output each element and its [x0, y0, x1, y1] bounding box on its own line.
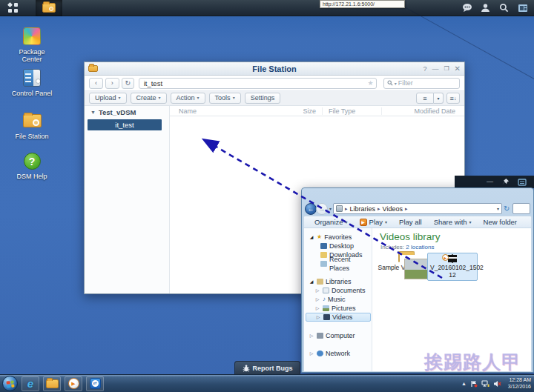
explorer-titlebar[interactable]	[303, 188, 532, 202]
column-file-type[interactable]: File Type	[322, 107, 381, 115]
address-dropdown-icon[interactable]: ▾	[497, 206, 499, 211]
tree-expander-icon[interactable]: ▷	[314, 295, 320, 304]
tree-expander-icon[interactable]: ▷	[309, 349, 314, 358]
video-item-selected[interactable]: ▶ V_20160102_1502 12	[427, 253, 478, 281]
help-icon[interactable]: ?	[423, 63, 426, 75]
desktop-icon-package-center[interactable]: Package Center	[10, 27, 53, 64]
user-menu-button[interactable]	[480, 2, 491, 13]
explorer-window: ← → ▾ ▸ Libraries ▸ Videos ▸ ▾ ↻ Organiz…	[301, 187, 534, 373]
taskbar-media-player[interactable]: ▶	[65, 376, 82, 391]
folder-item-sample-videos[interactable]: Sample Videos	[377, 255, 421, 272]
report-bugs-label: Report Bugs	[253, 365, 293, 372]
file-station-titlebar[interactable]: File Station ? — ❒ ✕	[85, 62, 464, 76]
tree-item-it-test-selected[interactable]: it_test	[88, 119, 162, 130]
column-modified-date[interactable]: Modified Date	[381, 107, 464, 115]
refresh-icon[interactable]: ↻	[504, 204, 510, 214]
chevron-down-icon: ▾	[346, 219, 348, 225]
breadcrumb-videos[interactable]: Videos	[383, 205, 403, 213]
widget-minimize-icon[interactable]: —	[487, 176, 493, 187]
back-button[interactable]: ←	[305, 203, 317, 215]
sidebar-item-favorites[interactable]: ◢ ★ Favorites	[304, 233, 372, 242]
maximize-icon[interactable]: ❒	[444, 63, 449, 75]
notifications-button[interactable]	[461, 2, 472, 13]
play-button[interactable]: ▶Play▾	[355, 218, 392, 226]
desktop-icon-control-panel[interactable]: Control Panel	[10, 68, 53, 97]
magnifier-icon	[49, 7, 53, 11]
sidebar-item-videos-selected[interactable]: ▷ Videos	[306, 313, 371, 322]
report-bugs-button[interactable]: Report Bugs	[234, 361, 300, 374]
pin-icon[interactable]	[501, 178, 510, 186]
play-all-button[interactable]: Play all	[395, 218, 426, 226]
taskbar-teamviewer[interactable]: ⇄	[86, 376, 104, 391]
upload-button[interactable]: Upload▾	[89, 93, 127, 104]
locations-link[interactable]: 2 locations	[406, 244, 434, 250]
url-tooltip: http://172.21.1.6:5000/	[320, 0, 405, 8]
sort-button[interactable]: ≡↓	[446, 93, 460, 104]
chevron-down-icon: ▾	[233, 93, 235, 103]
favorite-star-icon[interactable]: ★	[368, 79, 374, 88]
windows-taskbar: e ▶ ⇄ ▲ 12:28 AM 3/12/2016	[0, 374, 534, 392]
new-folder-button[interactable]: New folder	[479, 218, 521, 226]
tree-expander-icon[interactable]: ◢	[309, 277, 314, 286]
tree-root-test-vdsm[interactable]: ▼ Test_vDSM	[85, 108, 169, 116]
taskbar-clock[interactable]: 12:28 AM 3/12/2016	[505, 377, 531, 390]
show-hidden-icons-button[interactable]: ▲	[461, 381, 467, 386]
recent-pages-caret-icon[interactable]: ▾	[329, 206, 332, 211]
tools-button[interactable]: Tools▾	[209, 93, 241, 104]
column-name[interactable]: Name	[170, 107, 277, 115]
documents-icon	[323, 288, 329, 293]
desktop-icon-dsm-help[interactable]: ? DSM Help	[10, 151, 53, 180]
taskbar-app-file-station[interactable]	[36, 0, 62, 16]
taskbar-internet-explorer[interactable]: e	[22, 376, 39, 391]
volume-muted-icon[interactable]	[493, 380, 501, 388]
search-button[interactable]	[498, 2, 510, 13]
start-button[interactable]	[2, 376, 18, 391]
organize-button[interactable]: Organize▾	[310, 218, 352, 226]
tree-expander-icon[interactable]: ▷	[314, 304, 320, 313]
tree-expander-icon[interactable]: ▷	[315, 313, 321, 322]
widget-panel-icon	[518, 4, 528, 13]
main-menu-button[interactable]	[0, 0, 25, 16]
explorer-search-input[interactable]	[512, 203, 530, 214]
path-field[interactable]: it_test ★	[139, 78, 377, 89]
sidebar-item-documents[interactable]: ▷ Documents	[304, 286, 372, 295]
tree-expander-icon[interactable]: ◢	[309, 233, 314, 242]
widget-panel-icon[interactable]	[518, 179, 527, 186]
action-button[interactable]: Action▾	[171, 93, 205, 104]
forward-button[interactable]: →	[316, 203, 328, 215]
chevron-down-icon: ▾	[395, 81, 397, 86]
sidebar-item-pictures[interactable]: ▷ Pictures	[304, 304, 372, 313]
sidebar-item-libraries[interactable]: ◢ Libraries	[304, 277, 372, 286]
filter-input[interactable]: ▾ Filter	[383, 78, 460, 89]
network-icon[interactable]	[481, 380, 490, 388]
share-with-button[interactable]: Share with▾	[429, 218, 476, 226]
sidebar-item-desktop[interactable]: Desktop	[304, 242, 372, 250]
view-mode-caret[interactable]: ▾	[434, 93, 444, 104]
column-size[interactable]: Size	[277, 107, 322, 115]
widgets-button[interactable]	[517, 2, 528, 13]
minimize-icon[interactable]: —	[432, 63, 438, 75]
refresh-button[interactable]: ↻	[122, 78, 134, 89]
tree-expander-icon[interactable]: ▷	[314, 286, 320, 295]
sidebar-item-network[interactable]: ▷ Network	[304, 349, 372, 358]
create-button[interactable]: Create▾	[131, 93, 167, 104]
tree-expander-icon[interactable]: ▷	[309, 331, 314, 340]
desktop-icon-file-station[interactable]: File Station	[10, 111, 53, 140]
chevron-down-icon: ▾	[197, 93, 200, 103]
search-icon	[499, 3, 509, 13]
dsm-widget-panel-header: —	[455, 176, 534, 188]
sidebar-item-computer[interactable]: ▷ Computer	[304, 331, 372, 340]
settings-button[interactable]: Settings	[245, 93, 281, 104]
sidebar-item-recent-places[interactable]: Recent Places	[304, 259, 372, 268]
tree-expander-icon[interactable]: ▼	[90, 110, 96, 115]
view-mode-button[interactable]: ≡	[416, 93, 434, 104]
address-box[interactable]: ▸ Libraries ▸ Videos ▸ ▾	[333, 203, 502, 214]
taskbar-windows-explorer[interactable]	[43, 376, 61, 391]
sidebar-item-music[interactable]: ▷ ♪ Music	[304, 295, 372, 304]
close-icon[interactable]: ✕	[455, 63, 461, 75]
back-button[interactable]: ‹	[89, 78, 103, 89]
forward-button[interactable]: ›	[105, 78, 119, 89]
breadcrumb-libraries[interactable]: Libraries	[350, 205, 376, 213]
computer-icon	[317, 333, 323, 339]
action-center-flag-icon[interactable]	[470, 380, 478, 388]
